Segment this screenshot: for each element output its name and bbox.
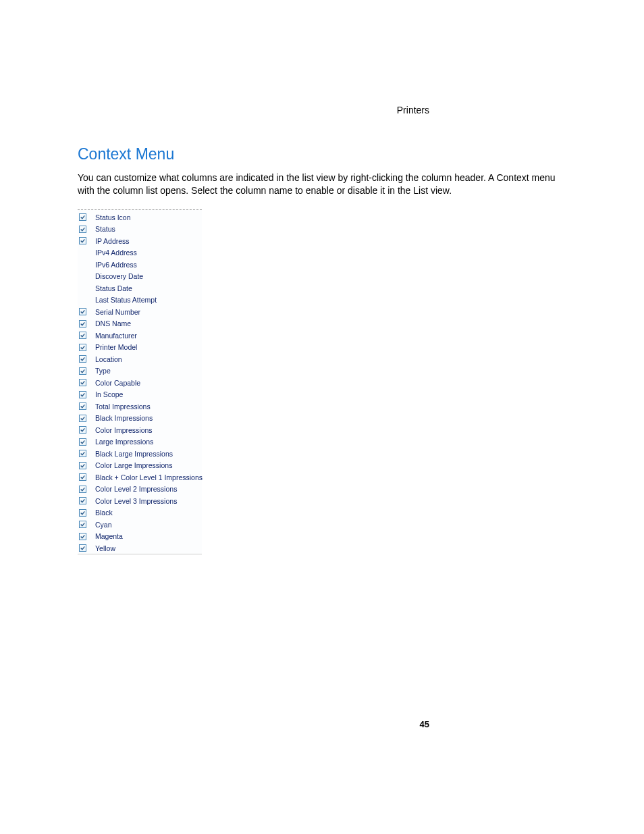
menu-item-label: Serial Number <box>95 308 140 316</box>
check-icon <box>80 380 85 385</box>
check-icon <box>80 345 85 350</box>
content-area: Context Menu You can customize what colu… <box>78 145 564 554</box>
context-menu-item[interactable]: Status <box>78 223 202 235</box>
menu-item-label: Black Large Impressions <box>95 450 173 458</box>
menu-item-label: Magenta <box>95 532 123 540</box>
checkbox-checked[interactable] <box>79 450 86 457</box>
checkbox-checked[interactable] <box>79 355 86 363</box>
check-icon <box>80 475 85 479</box>
menu-item-label: Color Impressions <box>95 426 153 434</box>
checkbox-checked[interactable] <box>79 332 86 339</box>
menu-item-label: Location <box>95 355 122 363</box>
menu-item-label: DNS Name <box>95 319 131 328</box>
check-icon <box>80 309 85 314</box>
context-menu-item[interactable]: Color Large Impressions <box>78 459 202 471</box>
menu-item-label: Color Level 2 Impressions <box>95 485 177 493</box>
context-menu-item[interactable]: Status Icon <box>78 211 202 224</box>
context-menu-item[interactable]: Large Impressions <box>78 436 202 448</box>
context-menu-item[interactable]: Black + Color Level 1 Impressions <box>78 471 202 484</box>
context-menu-item[interactable]: Black Impressions <box>78 412 202 424</box>
context-menu-item[interactable]: Color Capable <box>78 377 202 389</box>
check-icon <box>80 404 85 409</box>
checkbox-checked[interactable] <box>79 462 86 469</box>
check-icon <box>80 463 85 468</box>
checkbox-checked[interactable] <box>79 344 86 351</box>
context-menu-item[interactable]: Manufacturer <box>78 330 202 342</box>
section-heading: Context Menu <box>78 145 564 163</box>
checkbox-checked[interactable] <box>79 402 86 410</box>
checkbox-checked[interactable] <box>79 308 86 315</box>
context-menu-item[interactable]: IPv4 Address <box>78 246 202 259</box>
menu-item-label: Last Status Attempt <box>95 296 157 304</box>
check-icon <box>80 369 85 373</box>
context-menu-item[interactable]: Cyan <box>78 519 202 531</box>
checkbox-checked[interactable] <box>79 509 86 517</box>
context-menu-item[interactable]: IPv6 Address <box>78 259 202 271</box>
context-menu-item[interactable]: Black <box>78 506 202 519</box>
menu-item-label: Type <box>95 367 111 375</box>
checkbox-checked[interactable] <box>79 521 86 528</box>
check-icon <box>80 215 85 219</box>
menu-item-label: Printer Model <box>95 343 137 351</box>
context-menu-item[interactable]: Serial Number <box>78 306 202 318</box>
context-menu-item[interactable]: Total Impressions <box>78 400 202 413</box>
menu-item-label: Status Icon <box>95 213 131 221</box>
context-menu-item[interactable]: Last Status Attempt <box>78 294 202 306</box>
context-menu-item[interactable]: IP Address <box>78 235 202 247</box>
checkbox-checked[interactable] <box>79 379 86 386</box>
context-menu-item[interactable]: Magenta <box>78 530 202 542</box>
context-menu-item[interactable]: Printer Model <box>78 341 202 353</box>
checkbox-checked[interactable] <box>79 391 86 398</box>
context-menu-item[interactable]: Location <box>78 353 202 365</box>
checkbox-checked[interactable] <box>79 438 86 446</box>
check-icon <box>80 238 85 243</box>
context-menu-item[interactable]: In Scope <box>78 388 202 400</box>
check-icon <box>80 534 85 539</box>
check-icon <box>80 321 85 326</box>
checkbox-checked[interactable] <box>79 237 86 244</box>
checkbox-checked[interactable] <box>79 415 86 422</box>
context-menu-item[interactable]: Yellow <box>78 542 202 554</box>
menu-item-label: Cyan <box>95 521 112 529</box>
checkbox-checked[interactable] <box>79 544 86 552</box>
context-menu-item[interactable]: Color Level 3 Impressions <box>78 495 202 507</box>
menu-item-label: Total Impressions <box>95 402 151 411</box>
check-icon <box>80 227 85 232</box>
menu-item-label: In Scope <box>95 390 123 398</box>
menu-item-label: Status <box>95 225 115 233</box>
menu-item-label: Black + Color Level 1 Impressions <box>95 473 203 481</box>
context-menu-screenshot: Status IconStatusIP AddressIPv4 AddressI… <box>78 209 202 555</box>
check-icon <box>80 498 85 503</box>
context-menu-item[interactable]: Color Level 2 Impressions <box>78 483 202 495</box>
menu-item-label: IPv4 Address <box>95 249 137 257</box>
menu-item-label: IPv6 Address <box>95 261 137 269</box>
check-icon <box>80 392 85 397</box>
checkbox-checked[interactable] <box>79 486 86 493</box>
checkbox-checked[interactable] <box>79 426 86 434</box>
checkbox-checked[interactable] <box>79 473 86 481</box>
menu-item-label: Color Capable <box>95 379 140 387</box>
checkbox-checked[interactable] <box>79 367 86 375</box>
check-icon <box>80 451 85 456</box>
context-menu-item[interactable]: Status Date <box>78 282 202 294</box>
context-menu-item[interactable]: Discovery Date <box>78 270 202 282</box>
menu-item-label: IP Address <box>95 237 130 245</box>
check-icon <box>80 357 85 361</box>
menu-item-label: Yellow <box>95 544 115 552</box>
checkbox-checked[interactable] <box>79 497 86 504</box>
context-menu-item[interactable]: Black Large Impressions <box>78 448 202 460</box>
check-icon <box>80 427 85 432</box>
menu-item-label: Color Large Impressions <box>95 461 172 469</box>
check-icon <box>80 487 85 492</box>
context-menu-item[interactable]: Color Impressions <box>78 424 202 436</box>
checkbox-checked[interactable] <box>79 320 86 328</box>
check-icon <box>80 546 85 550</box>
checkbox-checked[interactable] <box>79 533 86 540</box>
context-menu-item[interactable]: DNS Name <box>78 317 202 330</box>
check-icon <box>80 416 85 421</box>
checkbox-checked[interactable] <box>79 213 86 221</box>
check-icon <box>80 511 85 515</box>
context-menu-item[interactable]: Type <box>78 365 202 377</box>
checkbox-checked[interactable] <box>79 226 86 233</box>
page-header-section: Printers <box>397 105 429 115</box>
